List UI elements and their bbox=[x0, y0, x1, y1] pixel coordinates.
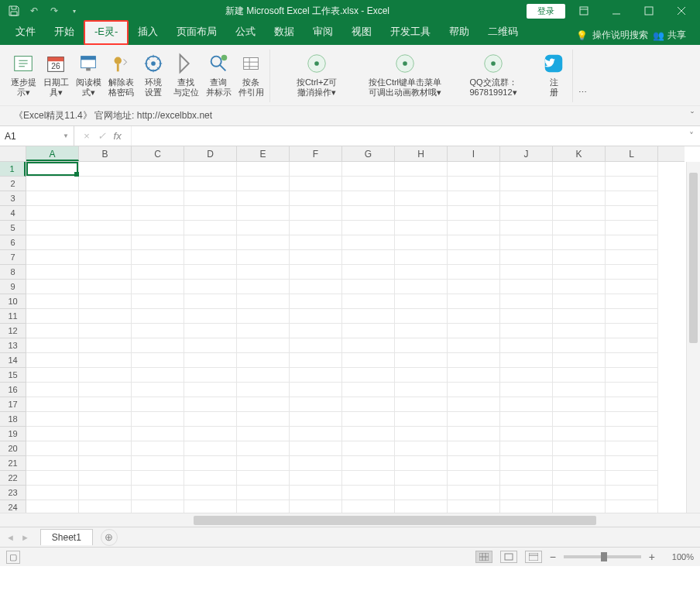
zoom-level[interactable]: 100% bbox=[663, 552, 694, 561]
row-headers[interactable]: 1234567891011121314151617181920212223242… bbox=[0, 162, 26, 513]
row-header[interactable]: 14 bbox=[0, 353, 26, 368]
cell[interactable] bbox=[132, 471, 184, 486]
column-header[interactable]: D bbox=[184, 146, 237, 161]
cell[interactable] bbox=[79, 265, 132, 280]
cell[interactable] bbox=[290, 383, 342, 397]
cell[interactable] bbox=[342, 162, 395, 177]
cell[interactable] bbox=[448, 177, 500, 191]
cell[interactable] bbox=[553, 250, 606, 265]
cell[interactable] bbox=[500, 309, 553, 324]
cell[interactable] bbox=[553, 456, 606, 471]
tab-二维码[interactable]: 二维码 bbox=[479, 20, 527, 45]
cell[interactable] bbox=[26, 280, 79, 294]
ribbon-button[interactable]: 解除表 格密码 bbox=[105, 50, 136, 101]
cell[interactable] bbox=[26, 338, 79, 353]
cell[interactable] bbox=[500, 368, 553, 383]
cell[interactable] bbox=[553, 324, 606, 338]
column-header[interactable]: B bbox=[79, 146, 132, 161]
cell[interactable] bbox=[500, 456, 553, 471]
cell[interactable] bbox=[342, 412, 395, 427]
cell[interactable] bbox=[237, 471, 290, 486]
cell[interactable] bbox=[448, 338, 500, 353]
cell[interactable] bbox=[237, 441, 290, 456]
row-header[interactable]: 5 bbox=[0, 221, 26, 235]
cell[interactable] bbox=[79, 338, 132, 353]
cell[interactable] bbox=[79, 309, 132, 324]
cell[interactable] bbox=[606, 162, 658, 177]
cell[interactable] bbox=[26, 353, 79, 368]
cell[interactable] bbox=[500, 235, 553, 250]
cell[interactable] bbox=[26, 324, 79, 338]
cell[interactable] bbox=[553, 162, 606, 177]
cell[interactable] bbox=[79, 191, 132, 206]
share-button[interactable]: 👥 共享 bbox=[653, 29, 686, 42]
cell[interactable] bbox=[132, 397, 184, 412]
zoom-in-button[interactable]: + bbox=[649, 551, 655, 563]
cell[interactable] bbox=[237, 309, 290, 324]
cell[interactable] bbox=[184, 250, 237, 265]
cell[interactable] bbox=[606, 191, 658, 206]
cell[interactable] bbox=[290, 162, 342, 177]
cell[interactable] bbox=[290, 324, 342, 338]
cell[interactable] bbox=[342, 427, 395, 441]
close-icon[interactable] bbox=[667, 2, 695, 20]
column-header[interactable]: K bbox=[553, 146, 606, 161]
tab-视图[interactable]: 视图 bbox=[342, 20, 381, 45]
column-header[interactable]: L bbox=[606, 146, 658, 161]
cell[interactable] bbox=[606, 383, 658, 397]
tab-页面布局[interactable]: 页面布局 bbox=[167, 20, 226, 45]
cell[interactable] bbox=[448, 280, 500, 294]
view-page-layout-icon[interactable] bbox=[500, 551, 517, 563]
cell[interactable] bbox=[553, 294, 606, 309]
spreadsheet-grid[interactable]: ABCDEFGHIJKL 123456789101112131415161718… bbox=[0, 146, 700, 527]
cell[interactable] bbox=[606, 338, 658, 353]
cell[interactable] bbox=[132, 265, 184, 280]
row-header[interactable]: 19 bbox=[0, 427, 26, 441]
cell[interactable] bbox=[553, 191, 606, 206]
cell[interactable] bbox=[606, 177, 658, 191]
cell[interactable] bbox=[184, 456, 237, 471]
cell[interactable] bbox=[500, 338, 553, 353]
vscroll-thumb[interactable] bbox=[689, 173, 698, 343]
cell[interactable] bbox=[184, 177, 237, 191]
cell[interactable] bbox=[395, 471, 448, 486]
cell[interactable] bbox=[290, 368, 342, 383]
cell[interactable] bbox=[26, 309, 79, 324]
view-page-break-icon[interactable] bbox=[525, 551, 542, 563]
ribbon-button[interactable]: QQ交流群： 967819912▾ bbox=[450, 50, 537, 101]
cell[interactable] bbox=[606, 397, 658, 412]
cell[interactable] bbox=[237, 383, 290, 397]
cell[interactable] bbox=[184, 324, 237, 338]
name-box[interactable]: A1 ▼ bbox=[0, 126, 74, 146]
cell[interactable] bbox=[79, 235, 132, 250]
cell[interactable] bbox=[79, 280, 132, 294]
ribbon-button[interactable]: 按住Ctrl键单击菜单 可调出动画教材哦▾ bbox=[362, 50, 448, 101]
cell[interactable] bbox=[79, 221, 132, 235]
cell[interactable] bbox=[448, 456, 500, 471]
cell[interactable] bbox=[290, 265, 342, 280]
row-header[interactable]: 7 bbox=[0, 250, 26, 265]
row-header[interactable]: 13 bbox=[0, 338, 26, 353]
save-icon[interactable] bbox=[8, 5, 20, 17]
cell[interactable] bbox=[26, 265, 79, 280]
cell[interactable] bbox=[553, 383, 606, 397]
row-header[interactable]: 23 bbox=[0, 486, 26, 500]
cell[interactable] bbox=[132, 338, 184, 353]
cell[interactable] bbox=[500, 397, 553, 412]
ribbon-button[interactable]: 查找 与定位 bbox=[170, 50, 201, 101]
cell[interactable] bbox=[184, 191, 237, 206]
cell[interactable] bbox=[553, 265, 606, 280]
cell[interactable] bbox=[342, 235, 395, 250]
cell[interactable] bbox=[79, 427, 132, 441]
cell[interactable] bbox=[553, 338, 606, 353]
cell[interactable] bbox=[500, 280, 553, 294]
cell[interactable] bbox=[26, 383, 79, 397]
cell[interactable] bbox=[606, 353, 658, 368]
column-header[interactable]: H bbox=[395, 146, 448, 161]
qat-customize-icon[interactable]: ▾ bbox=[68, 5, 81, 17]
cell[interactable] bbox=[132, 456, 184, 471]
row-header[interactable]: 2 bbox=[0, 177, 26, 191]
cell[interactable] bbox=[132, 177, 184, 191]
cell[interactable] bbox=[500, 221, 553, 235]
cell[interactable] bbox=[26, 206, 79, 221]
